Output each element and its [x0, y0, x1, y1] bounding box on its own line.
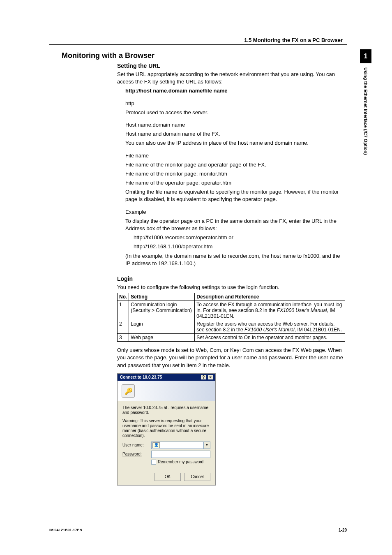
password-input[interactable] [151, 451, 210, 458]
login-table: No. Setting Description and Reference 1 … [117, 293, 345, 342]
url-format: http://host name.domain name/file name [125, 87, 345, 95]
host-label: Host name.domain name [125, 121, 345, 129]
table-header-row: No. Setting Description and Reference [118, 293, 345, 301]
cell-setting: Login [129, 320, 195, 334]
remember-checkbox[interactable] [151, 460, 156, 465]
host-desc2: You can also use the IP address in place… [125, 139, 345, 147]
example-label: Example [125, 208, 345, 216]
file-label: File name [125, 152, 345, 160]
example-url2: http://192.168.1.100/operator.htm [134, 243, 345, 250]
th-setting: Setting [129, 293, 195, 301]
key-icon [122, 384, 135, 398]
chapter-number: 1 [360, 49, 371, 63]
username-input[interactable]: 👤 ▼ [151, 442, 210, 449]
http-desc: Protocol used to access the server. [125, 109, 345, 116]
table-row: 1 Communication login (Security > Commun… [118, 301, 345, 320]
example-desc2: (In the example, the domain name is set … [125, 252, 345, 267]
cell-setting: Web page [129, 334, 195, 342]
cell-setting: Communication login (Security > Communic… [129, 301, 195, 320]
cell-desc: To access the FX through a communication… [195, 301, 345, 320]
cell-desc: Set Access control to On in the operator… [195, 334, 345, 342]
user-icon: 👤 [152, 442, 160, 448]
table-row: 2 Login Register the users who can acces… [118, 320, 345, 334]
login-intro: You need to configure the following sett… [117, 284, 345, 291]
example-desc1: To display the operator page on a PC in … [125, 217, 345, 232]
username-label: User name: [122, 443, 151, 447]
remember-label: Remember my password [158, 460, 203, 464]
file-desc2: File name of the monitor page: monitor.h… [125, 170, 345, 178]
th-desc: Description and Reference [195, 293, 345, 301]
password-label: Password: [122, 452, 151, 456]
footer-doc-id: IM 04L21B01-17EN [49, 528, 82, 532]
http-label: http [125, 100, 345, 107]
login-after-table: Only users whose mode is set to Web, Com… [117, 347, 345, 369]
header-divider [49, 44, 347, 45]
help-icon[interactable]: ? [201, 375, 206, 379]
cell-no: 3 [118, 334, 129, 342]
cancel-button[interactable]: Cancel [184, 473, 210, 481]
login-dialog-screenshot: Connect to 10.0.23.75 ? × The server 10.… [117, 373, 216, 486]
th-no: No. [118, 293, 129, 301]
page-footer: IM 04L21B01-17EN 1-29 [49, 526, 347, 532]
side-tab: 1 Using the Ethernet Interface (/C7 Opti… [360, 49, 371, 155]
main-heading: Monitoring with a Browser [62, 51, 345, 60]
page-section-header: 1.5 Monitoring the FX on a PC Browser [244, 37, 343, 43]
footer-page-number: 1-29 [339, 528, 347, 532]
dialog-titlebar: Connect to 10.0.23.75 ? × [118, 374, 215, 381]
ok-button[interactable]: OK [154, 473, 181, 481]
dialog-text-1: The server 10.0.23.75 at . requires a us… [122, 405, 210, 415]
dialog-text-2: Warning: This server is requesting that … [122, 419, 210, 438]
file-desc4: Omitting the file name is equivalent to … [125, 188, 345, 203]
file-desc1: File name of the monitor page and operat… [125, 161, 345, 169]
host-desc1: Host name and domain name of the FX. [125, 130, 345, 138]
example-url1: http://fx1000.recorder.com/operator.htm … [134, 234, 345, 241]
cell-no: 1 [118, 301, 129, 320]
dialog-banner [118, 381, 215, 401]
login-heading: Login [117, 275, 345, 282]
cell-desc: Register the users who can access the We… [195, 320, 345, 334]
table-row: 3 Web page Set Access control to On in t… [118, 334, 345, 342]
setting-url-intro: Set the URL appropriately according to t… [117, 71, 345, 86]
file-desc3: File name of the operator page: operator… [125, 179, 345, 187]
close-icon[interactable]: × [208, 375, 213, 379]
cell-no: 2 [118, 320, 129, 334]
chapter-title: Using the Ethernet Interface (/C7 Option… [363, 63, 368, 155]
setting-url-heading: Setting the URL [117, 62, 345, 69]
dialog-title-text: Connect to 10.0.23.75 [120, 375, 162, 379]
dropdown-icon[interactable]: ▼ [203, 442, 210, 449]
